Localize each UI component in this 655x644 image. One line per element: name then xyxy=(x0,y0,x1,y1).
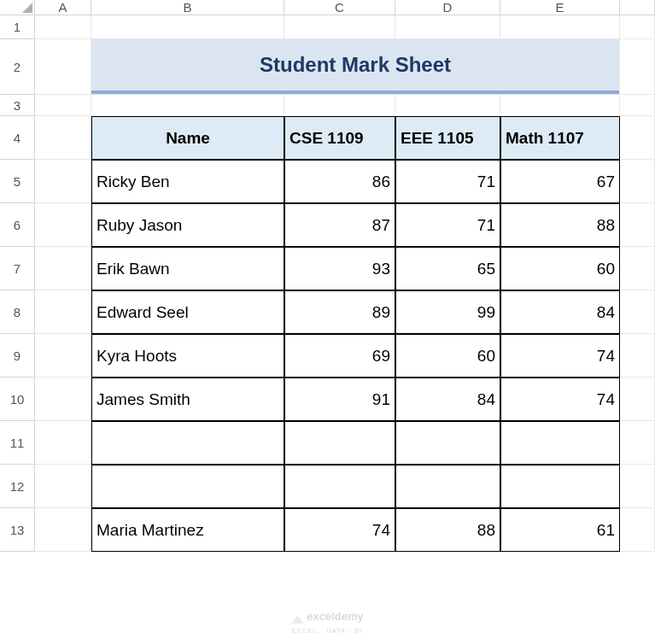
col-header-D[interactable]: D xyxy=(395,0,500,15)
cell-A2[interactable] xyxy=(35,39,91,95)
cell-A3[interactable] xyxy=(35,95,91,116)
cell-D3[interactable] xyxy=(395,95,500,116)
col-header-B[interactable]: B xyxy=(91,0,284,15)
table-row[interactable]: 88 xyxy=(500,203,620,247)
row-header-9[interactable]: 9 xyxy=(0,334,35,378)
cell-A4[interactable] xyxy=(35,116,91,160)
row-header-5[interactable]: 5 xyxy=(0,160,35,203)
cell-F3[interactable] xyxy=(620,95,655,116)
cell-A1[interactable] xyxy=(35,15,91,39)
table-row[interactable]: 69 xyxy=(284,334,395,378)
table-row[interactable]: Ricky Ben xyxy=(91,160,284,203)
row-header-3[interactable]: 3 xyxy=(0,95,35,116)
table-row[interactable] xyxy=(395,465,500,508)
row-header-12[interactable]: 12 xyxy=(0,465,35,508)
table-row[interactable]: Ruby Jason xyxy=(91,203,284,247)
table-row[interactable] xyxy=(284,421,395,465)
cell-A5[interactable] xyxy=(35,160,91,203)
row-header-4[interactable]: 4 xyxy=(0,116,35,160)
watermark-tagline: EXCEL · DATA · BI xyxy=(0,628,655,634)
table-row[interactable]: 71 xyxy=(395,203,500,247)
cell-A8[interactable] xyxy=(35,290,91,334)
table-row[interactable]: 93 xyxy=(284,247,395,290)
cell-E3[interactable] xyxy=(500,95,620,116)
cell-A11[interactable] xyxy=(35,421,91,465)
table-row[interactable]: Maria Martinez xyxy=(91,508,284,552)
table-row[interactable]: 84 xyxy=(500,290,620,334)
cell-C3[interactable] xyxy=(284,95,395,116)
cell-F7[interactable] xyxy=(620,247,655,290)
cell-F11[interactable] xyxy=(620,421,655,465)
table-row[interactable]: 61 xyxy=(500,508,620,552)
cell-F10[interactable] xyxy=(620,378,655,421)
row-header-13[interactable]: 13 xyxy=(0,508,35,552)
cell-F4[interactable] xyxy=(620,116,655,160)
select-all-corner[interactable] xyxy=(0,0,35,15)
cell-F1[interactable] xyxy=(620,15,655,39)
table-row[interactable]: 84 xyxy=(395,378,500,421)
row-header-6[interactable]: 6 xyxy=(0,203,35,247)
table-row[interactable]: 74 xyxy=(500,334,620,378)
cell-B1[interactable] xyxy=(91,15,284,39)
table-row[interactable]: 74 xyxy=(500,378,620,421)
cell-A9[interactable] xyxy=(35,334,91,378)
cell-F6[interactable] xyxy=(620,203,655,247)
cell-D1[interactable] xyxy=(395,15,500,39)
col-header-E[interactable]: E xyxy=(500,0,620,15)
col-header-A[interactable]: A xyxy=(35,0,91,15)
table-header-math[interactable]: Math 1107 xyxy=(500,116,620,160)
sheet-title[interactable]: Student Mark Sheet xyxy=(91,39,619,94)
row-header-1[interactable]: 1 xyxy=(0,15,35,39)
table-row[interactable]: 86 xyxy=(284,160,395,203)
table-row[interactable]: 91 xyxy=(284,378,395,421)
table-row[interactable]: 67 xyxy=(500,160,620,203)
col-header-next[interactable] xyxy=(620,0,655,15)
cell-F12[interactable] xyxy=(620,465,655,508)
table-row[interactable]: 99 xyxy=(395,290,500,334)
cell-A6[interactable] xyxy=(35,203,91,247)
cell-F2[interactable] xyxy=(620,39,655,95)
watermark-brand: exceldemy xyxy=(0,610,655,624)
table-row[interactable]: 89 xyxy=(284,290,395,334)
table-row[interactable]: 87 xyxy=(284,203,395,247)
spreadsheet-grid: A B C D E 1 2 Student Mark Sheet 3 4 Nam… xyxy=(0,0,655,552)
cell-A7[interactable] xyxy=(35,247,91,290)
cell-A10[interactable] xyxy=(35,378,91,421)
table-row[interactable] xyxy=(395,421,500,465)
table-row[interactable] xyxy=(91,465,284,508)
cell-A12[interactable] xyxy=(35,465,91,508)
table-row[interactable]: James Smith xyxy=(91,378,284,421)
cell-B3[interactable] xyxy=(91,95,284,116)
cell-F5[interactable] xyxy=(620,160,655,203)
table-row[interactable]: 74 xyxy=(284,508,395,552)
table-row[interactable]: 71 xyxy=(395,160,500,203)
logo-icon xyxy=(291,612,303,624)
table-row[interactable] xyxy=(500,421,620,465)
table-row[interactable] xyxy=(284,465,395,508)
table-row[interactable]: 60 xyxy=(395,334,500,378)
table-row[interactable]: 65 xyxy=(395,247,500,290)
cell-F9[interactable] xyxy=(620,334,655,378)
table-row[interactable]: 88 xyxy=(395,508,500,552)
cell-F8[interactable] xyxy=(620,290,655,334)
row-header-10[interactable]: 10 xyxy=(0,378,35,421)
table-header-name[interactable]: Name xyxy=(91,116,284,160)
row-header-7[interactable]: 7 xyxy=(0,247,35,290)
row-header-11[interactable]: 11 xyxy=(0,421,35,465)
table-row[interactable]: Edward Seel xyxy=(91,290,284,334)
table-row[interactable]: Kyra Hoots xyxy=(91,334,284,378)
row-header-2[interactable]: 2 xyxy=(0,39,35,95)
table-row[interactable] xyxy=(91,421,284,465)
cell-A13[interactable] xyxy=(35,508,91,552)
table-header-cse[interactable]: CSE 1109 xyxy=(284,116,395,160)
table-header-eee[interactable]: EEE 1105 xyxy=(395,116,500,160)
col-header-C[interactable]: C xyxy=(284,0,395,15)
cell-E1[interactable] xyxy=(500,15,620,39)
table-row[interactable] xyxy=(500,465,620,508)
cell-C1[interactable] xyxy=(284,15,395,39)
watermark-text: exceldemy xyxy=(307,610,364,623)
row-header-8[interactable]: 8 xyxy=(0,290,35,334)
table-row[interactable]: 60 xyxy=(500,247,620,290)
cell-F13[interactable] xyxy=(620,508,655,552)
table-row[interactable]: Erik Bawn xyxy=(91,247,284,290)
